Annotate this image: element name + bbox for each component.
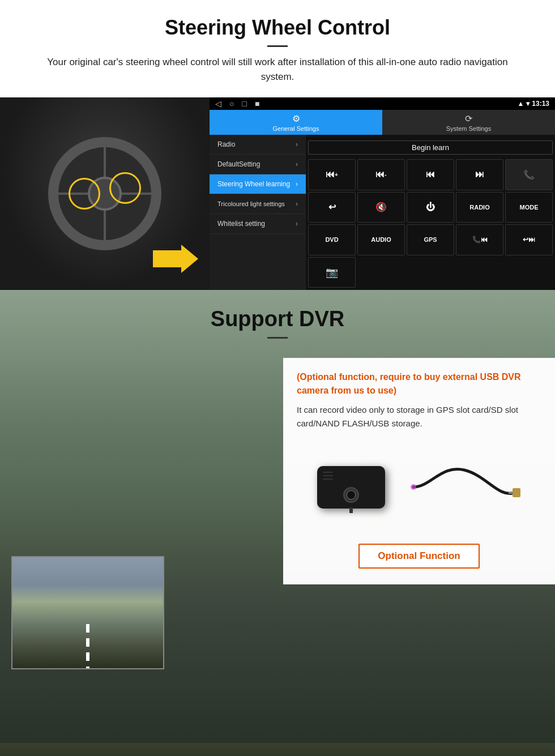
cable-svg <box>408 453 521 521</box>
page-title: Steering Wheel Control <box>34 16 521 40</box>
chevron-icon: › <box>296 220 298 228</box>
menu-item-defaultsetting[interactable]: DefaultSetting › <box>210 155 306 174</box>
begin-learn-row: Begin learn <box>308 137 553 157</box>
menu-item-tricoloured[interactable]: Tricoloured light settings › <box>210 194 306 214</box>
steering-circle-right <box>109 172 141 204</box>
chevron-icon: › <box>296 160 298 168</box>
signal-icon: ▲ <box>517 100 524 108</box>
svg-rect-2 <box>509 492 513 494</box>
nav-icons: ◁ ○ □ ■ <box>215 99 259 108</box>
dvr-section: Support DVR (Optional function, require … <box>0 290 555 756</box>
svg-rect-1 <box>513 488 520 497</box>
dvr-cam-shape <box>317 466 385 509</box>
radio-button[interactable]: RADIO <box>456 192 503 223</box>
vol-up-button[interactable]: ⏮+ <box>308 159 356 190</box>
dvr-description: It can record video only to storage in G… <box>297 403 541 430</box>
begin-learn-button[interactable]: Begin learn <box>308 140 553 155</box>
dvr-cam-lens <box>343 487 359 503</box>
arrow-icon <box>153 245 198 273</box>
dvr-device-image <box>297 442 541 532</box>
tab-system-settings[interactable]: ⟳ System Settings <box>382 110 555 135</box>
android-menu: Radio › DefaultSetting › Steering Wheel … <box>210 135 306 290</box>
page-bottom <box>0 743 555 756</box>
next-button[interactable]: ⏭ <box>456 159 503 190</box>
steering-wheel-photo <box>0 97 210 290</box>
android-tabs: ⚙ General Settings ⟳ System Settings <box>210 110 555 135</box>
call-button[interactable]: 📞 <box>505 159 553 190</box>
menu-item-whitelist[interactable]: Whitelist setting › <box>210 214 306 234</box>
dvr-optional-notice: (Optional function, require to buy exter… <box>297 370 541 398</box>
dvd-button[interactable]: DVD <box>308 224 356 255</box>
chevron-icon: › <box>296 180 298 188</box>
chevron-icon: › <box>296 140 298 148</box>
call-prev-button[interactable]: 📞⏮ <box>456 224 503 255</box>
control-row-1: ⏮+ ⏮- ⏮ ⏭ 📞 <box>308 159 553 190</box>
gear-icon: ⚙ <box>292 113 300 124</box>
dvr-background: Support DVR (Optional function, require … <box>0 290 555 743</box>
svg-point-3 <box>411 484 416 490</box>
prev-button[interactable]: ⏮ <box>407 159 454 190</box>
back-button[interactable]: ↩ <box>308 192 356 223</box>
svg-marker-0 <box>153 245 198 273</box>
thumbnail-road <box>12 557 163 668</box>
control-row-4: 📷 <box>308 257 553 288</box>
wifi-icon: ▾ <box>526 100 530 108</box>
tab-system-label: System Settings <box>446 125 491 132</box>
back-icon[interactable]: ◁ <box>215 99 221 108</box>
section1-description: Your original car's steering wheel contr… <box>34 55 521 84</box>
steering-wheel <box>48 137 161 250</box>
control-row-2: ↩ 🔇 ⏻ RADIO MODE <box>308 192 553 223</box>
dvr-cable-assembly <box>408 453 521 521</box>
tab-general-label: General Settings <box>273 125 319 132</box>
vol-down-button[interactable]: ⏮- <box>357 159 405 190</box>
dvr-thumbnail-preview <box>11 556 164 669</box>
steering-circle-left <box>69 178 100 210</box>
section1-header: Steering Wheel Control Your original car… <box>0 0 555 89</box>
mode-button[interactable]: MODE <box>505 192 553 223</box>
dvr-title: Support DVR <box>0 307 555 331</box>
android-content: Radio › DefaultSetting › Steering Wheel … <box>210 135 555 290</box>
android-ui-panel: ◁ ○ □ ■ ▲ ▾ 13:13 ⚙ General Settings ⟳ S… <box>210 97 555 290</box>
menu-item-radio[interactable]: Radio › <box>210 135 306 155</box>
hang-next-button[interactable]: ↩⏭ <box>505 224 553 255</box>
dvr-title-divider <box>267 337 288 339</box>
dvr-info-card: (Optional function, require to buy exter… <box>283 358 555 584</box>
chevron-icon: › <box>296 200 298 208</box>
dvr-section-header: Support DVR <box>0 290 555 344</box>
camera-button[interactable]: 📷 <box>308 257 356 288</box>
audio-button[interactable]: AUDIO <box>357 224 405 255</box>
menu-item-steering-learning[interactable]: Steering Wheel learning › <box>210 174 306 194</box>
dvr-camera-body <box>317 466 385 509</box>
menu-icon[interactable]: ■ <box>255 99 259 108</box>
system-icon: ⟳ <box>465 113 472 124</box>
mute-button[interactable]: 🔇 <box>357 192 405 223</box>
status-right: ▲ ▾ 13:13 <box>517 100 549 108</box>
title-divider <box>267 45 288 47</box>
steering-demo: ◁ ○ □ ■ ▲ ▾ 13:13 ⚙ General Settings ⟳ S… <box>0 97 555 290</box>
status-time: 13:13 <box>532 100 549 108</box>
optional-function-button[interactable]: Optional Function <box>358 544 479 569</box>
android-status-bar: ◁ ○ □ ■ ▲ ▾ 13:13 <box>210 97 555 110</box>
recents-icon[interactable]: □ <box>242 99 246 108</box>
android-button-grid: Begin learn ⏮+ ⏮- ⏮ ⏭ 📞 ↩ 🔇 ⏻ RADIO MODE <box>306 135 555 290</box>
gps-button[interactable]: GPS <box>407 224 454 255</box>
home-icon[interactable]: ○ <box>229 99 234 108</box>
control-row-3: DVD AUDIO GPS 📞⏮ ↩⏭ <box>308 224 553 255</box>
tab-general-settings[interactable]: ⚙ General Settings <box>210 110 382 135</box>
power-button[interactable]: ⏻ <box>407 192 454 223</box>
